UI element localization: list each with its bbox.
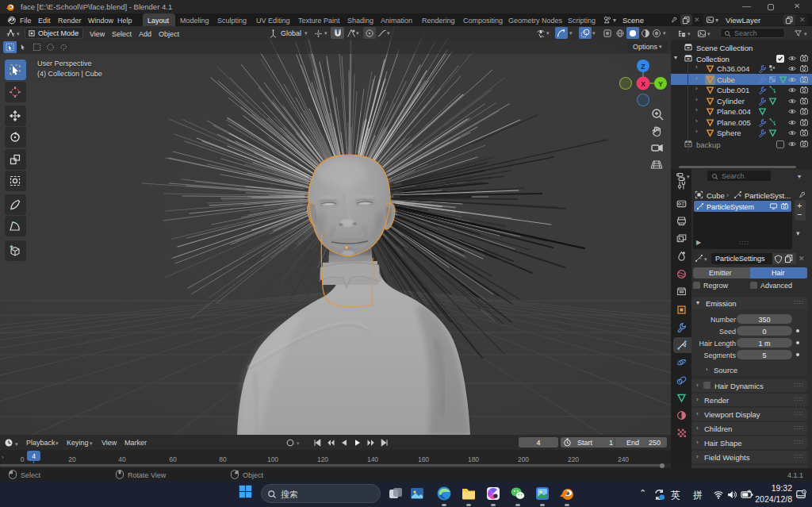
svg-text:X: X: [641, 80, 645, 88]
svg-text:Y: Y: [658, 80, 663, 88]
svg-text:Z: Z: [641, 63, 645, 71]
